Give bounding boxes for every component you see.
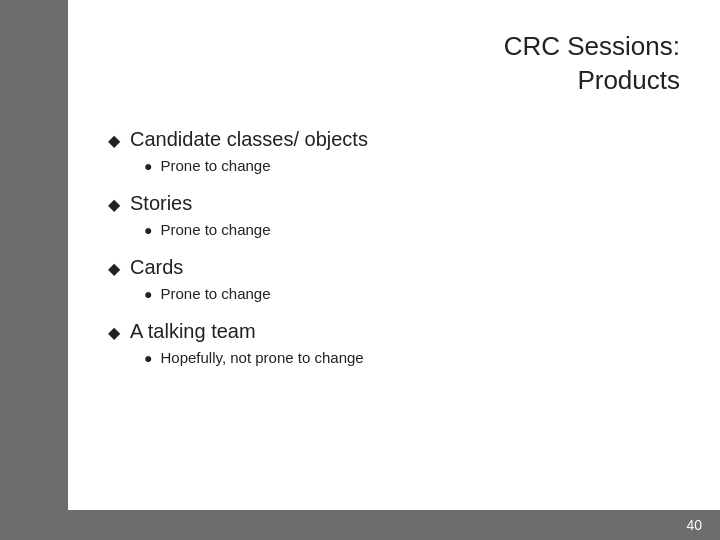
diamond-icon-3: ◆ (108, 323, 120, 342)
bullet-main-1: ◆ Stories (108, 192, 680, 215)
bullet-dot-2-0: ● (144, 286, 152, 302)
bottom-bar: 40 (0, 510, 720, 540)
bullet-item-3: ◆ A talking team ● Hopefully, not prone … (108, 320, 680, 366)
slide-title: CRC Sessions: Products (108, 30, 680, 98)
bullet-main-2: ◆ Cards (108, 256, 680, 279)
sub-item-1-0: ● Prone to change (144, 221, 680, 238)
bullet-dot-0-0: ● (144, 158, 152, 174)
main-bullet-list: ◆ Candidate classes/ objects ● Prone to … (108, 128, 680, 366)
sub-list-1: ● Prone to change (144, 221, 680, 238)
left-sidebar (0, 0, 68, 510)
bullet-item-2: ◆ Cards ● Prone to change (108, 256, 680, 302)
bullet-label-2: Cards (130, 256, 183, 279)
diamond-icon-2: ◆ (108, 259, 120, 278)
diamond-icon-1: ◆ (108, 195, 120, 214)
sub-item-3-0: ● Hopefully, not prone to change (144, 349, 680, 366)
bullet-item-0: ◆ Candidate classes/ objects ● Prone to … (108, 128, 680, 174)
bullet-label-3: A talking team (130, 320, 256, 343)
sub-label-0-0: Prone to change (160, 157, 270, 174)
title-line2: Products (577, 65, 680, 95)
sub-list-0: ● Prone to change (144, 157, 680, 174)
bullet-label-0: Candidate classes/ objects (130, 128, 368, 151)
bullet-main-0: ◆ Candidate classes/ objects (108, 128, 680, 151)
sub-list-3: ● Hopefully, not prone to change (144, 349, 680, 366)
bullet-main-3: ◆ A talking team (108, 320, 680, 343)
bullet-item-1: ◆ Stories ● Prone to change (108, 192, 680, 238)
sub-label-3-0: Hopefully, not prone to change (160, 349, 363, 366)
sub-label-2-0: Prone to change (160, 285, 270, 302)
title-line1: CRC Sessions: (504, 31, 680, 61)
sub-item-0-0: ● Prone to change (144, 157, 680, 174)
bullet-dot-3-0: ● (144, 350, 152, 366)
sub-item-2-0: ● Prone to change (144, 285, 680, 302)
sub-label-1-0: Prone to change (160, 221, 270, 238)
bullet-label-1: Stories (130, 192, 192, 215)
bullet-dot-1-0: ● (144, 222, 152, 238)
diamond-icon-0: ◆ (108, 131, 120, 150)
main-content: CRC Sessions: Products ◆ Candidate class… (68, 0, 720, 510)
title-block: CRC Sessions: Products (108, 20, 680, 98)
sub-list-2: ● Prone to change (144, 285, 680, 302)
page-number: 40 (686, 517, 702, 533)
